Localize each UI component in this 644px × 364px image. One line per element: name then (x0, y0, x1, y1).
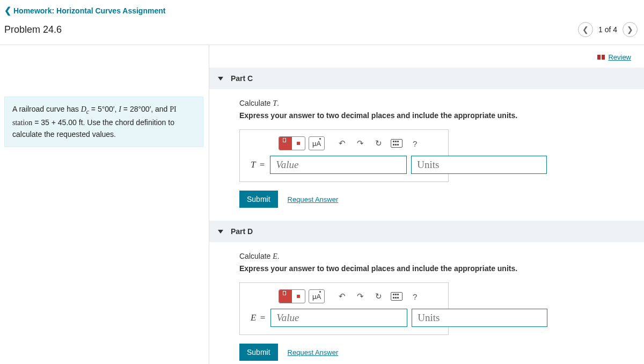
part-d-header[interactable]: Part D (209, 221, 644, 242)
part-d-title: Part D (231, 227, 253, 236)
part-d-answer-box: μA ↶ ↷ ↻ ? E = (239, 282, 449, 335)
next-button[interactable]: ❯ (623, 22, 638, 37)
problem-nav: ❮ 1 of 4 ❯ (578, 22, 638, 37)
part-d-units-input[interactable] (412, 309, 547, 327)
undo-button[interactable]: ↶ (334, 136, 349, 150)
reset-button[interactable]: ↻ (371, 136, 386, 150)
units-menu-button[interactable]: μA (309, 136, 325, 150)
part-c-title: Part C (231, 74, 253, 83)
part-c-toolbar: μA ↶ ↷ ↻ ? (240, 136, 448, 156)
caret-down-icon (218, 230, 223, 234)
keyboard-button[interactable] (389, 289, 404, 303)
part-c-body: Calculate T. Express your answer to two … (209, 89, 644, 221)
caret-down-icon (218, 77, 223, 81)
undo-button[interactable]: ↶ (334, 289, 349, 303)
right-column: Review Part C Calculate T. Express your … (209, 45, 644, 364)
page-title: Problem 24.6 (4, 24, 62, 35)
part-c-var-label: T = (250, 159, 266, 170)
part-d-submit-button[interactable]: Submit (239, 344, 278, 361)
template-toggle[interactable] (279, 289, 305, 303)
part-c-subinstruction: Express your answer to two decimal place… (239, 111, 628, 120)
breadcrumb-label: Homework: Horizontal Curves Assignment (13, 6, 165, 15)
part-d-request-answer[interactable]: Request Answer (288, 348, 339, 356)
template-toggle[interactable] (279, 136, 305, 150)
part-d-instruction: Calculate E. (239, 252, 628, 261)
part-c-header[interactable]: Part C (209, 68, 644, 89)
part-c-instruction: Calculate T. (239, 99, 628, 108)
redo-button[interactable]: ↷ (353, 289, 368, 303)
review-link[interactable]: Review (597, 53, 631, 61)
left-column: A railroad curve has Dc = 5°00′, I = 28°… (0, 45, 209, 364)
review-label: Review (608, 53, 631, 61)
part-c-units-input[interactable] (411, 156, 547, 174)
part-c-submit-button[interactable]: Submit (239, 191, 278, 208)
keyboard-button[interactable] (389, 136, 404, 150)
chevron-left-icon: ❮ (4, 5, 11, 16)
part-d-var-label: E = (250, 312, 266, 323)
book-icon (597, 55, 605, 60)
help-button[interactable]: ? (407, 289, 422, 303)
part-d-toolbar: μA ↶ ↷ ↻ ? (240, 289, 448, 309)
redo-button[interactable]: ↷ (353, 136, 368, 150)
prev-button[interactable]: ❮ (578, 22, 593, 37)
part-d-value-input[interactable] (270, 309, 407, 327)
breadcrumb-link[interactable]: ❮ Homework: Horizontal Curves Assignment (4, 5, 165, 16)
nav-count: 1 of 4 (598, 25, 617, 34)
part-d-body: Calculate E. Express your answer to two … (209, 242, 644, 364)
help-button[interactable]: ? (407, 136, 422, 150)
units-menu-button[interactable]: μA (309, 289, 325, 303)
part-d-subinstruction: Express your answer to two decimal place… (239, 264, 628, 273)
problem-description: A railroad curve has Dc = 5°00′, I = 28°… (4, 97, 203, 147)
part-c-value-input[interactable] (270, 156, 407, 174)
reset-button[interactable]: ↻ (371, 289, 386, 303)
part-c-request-answer[interactable]: Request Answer (288, 195, 339, 203)
part-c-answer-box: μA ↶ ↷ ↻ ? T = (239, 129, 449, 182)
